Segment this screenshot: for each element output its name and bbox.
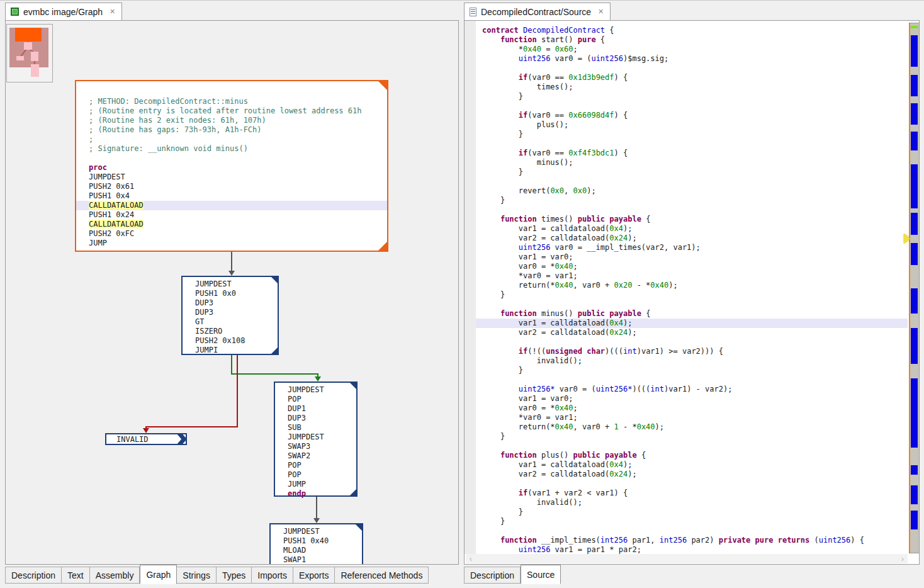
- tab-source[interactable]: Source: [521, 565, 561, 584]
- code-line[interactable]: if(var1 + var2 < var1) {: [482, 489, 908, 498]
- overview-ruler[interactable]: [909, 23, 920, 553]
- code-line[interactable]: [482, 300, 908, 309]
- code-line[interactable]: var2 = calldataload(0x24);: [482, 470, 908, 479]
- tab-types[interactable]: Types: [217, 567, 252, 584]
- code-line[interactable]: [482, 479, 908, 489]
- tab-evmbc-image-graph[interactable]: evmbc image/Graph ✕: [5, 3, 122, 20]
- code-line[interactable]: times();: [482, 82, 908, 92]
- code-line[interactable]: minus();: [482, 158, 908, 167]
- code-line[interactable]: [482, 177, 908, 186]
- code-line[interactable]: [482, 441, 908, 451]
- code-line[interactable]: *var0 = var1;: [482, 271, 908, 281]
- code-line[interactable]: *var0 = var1;: [482, 413, 908, 422]
- tab-exports[interactable]: Exports: [293, 567, 335, 584]
- code-line[interactable]: var0 = *0x40;: [482, 404, 908, 413]
- ruler-marker[interactable]: [911, 485, 918, 504]
- source-editor[interactable]: contract DecompiledContract { function s…: [464, 20, 920, 565]
- tab-strings[interactable]: Strings: [177, 567, 217, 584]
- tab-graph[interactable]: Graph: [140, 565, 177, 584]
- code-line[interactable]: var2 = calldataload(0x24);: [482, 328, 908, 337]
- code-line[interactable]: if(var0 == 0x1d3b9edf) {: [482, 73, 908, 82]
- graph-node-invalid[interactable]: INVALID: [105, 433, 187, 445]
- code-line[interactable]: return(*0x40, var0 + 1 - *0x40);: [482, 422, 908, 432]
- ruler-marker[interactable]: [911, 213, 918, 235]
- code-line[interactable]: }: [482, 507, 908, 517]
- code-line[interactable]: [482, 139, 908, 149]
- current-position-arrow-icon[interactable]: [904, 234, 910, 244]
- code-line[interactable]: [482, 526, 908, 536]
- tab-text[interactable]: Text: [62, 567, 90, 584]
- scroll-right-icon[interactable]: ›: [901, 555, 904, 563]
- code-line[interactable]: if(!((unsigned char)(((int)var1) >= var2…: [482, 347, 908, 356]
- ruler-marker[interactable]: [911, 511, 918, 529]
- scroll-left-icon[interactable]: ‹: [470, 555, 472, 563]
- graph-minimap[interactable]: [6, 24, 53, 82]
- ruler-marker[interactable]: [911, 288, 918, 314]
- code-line[interactable]: }: [482, 366, 908, 375]
- code-line[interactable]: uint256 var1 = par1 * par2;: [482, 545, 908, 554]
- code-line[interactable]: invalid();: [482, 356, 908, 366]
- code-line[interactable]: if(var0 == 0x66098d4f) {: [482, 111, 908, 120]
- tab-assembly[interactable]: Assembly: [90, 567, 140, 584]
- graph-canvas[interactable]: ; METHOD: DecompiledContract::minus; (Ro…: [5, 20, 459, 565]
- tab-imports[interactable]: Imports: [252, 567, 293, 584]
- code-line[interactable]: if(var0 == 0xf4f3bdc1) {: [482, 149, 908, 158]
- code-line[interactable]: [482, 337, 908, 347]
- code-line[interactable]: var1 = calldataload(0x4);: [476, 319, 908, 328]
- code-line[interactable]: [482, 101, 908, 111]
- code-line[interactable]: var1 = var0;: [482, 394, 908, 404]
- code-line[interactable]: }: [482, 196, 908, 205]
- code-line[interactable]: revert(0x0, 0x0);: [482, 186, 908, 196]
- code-line[interactable]: plus();: [482, 120, 908, 130]
- code-line[interactable]: var0 = *0x40;: [482, 262, 908, 271]
- ruler-marker[interactable]: [911, 132, 918, 150]
- close-icon[interactable]: ✕: [110, 8, 115, 16]
- code-line[interactable]: }: [482, 432, 908, 441]
- code-line[interactable]: [482, 205, 908, 215]
- ruler-marker[interactable]: [911, 103, 918, 125]
- code-line[interactable]: var2 = calldataload(0x24);: [482, 234, 908, 243]
- code-line[interactable]: function plus() public payable {: [482, 451, 908, 460]
- code-line[interactable]: }: [482, 92, 908, 101]
- close-icon[interactable]: ✕: [598, 8, 604, 16]
- ruler-marker[interactable]: [911, 378, 918, 448]
- code-line[interactable]: function minus() public payable {: [482, 309, 908, 319]
- ruler-marker-green[interactable]: [911, 26, 918, 28]
- horizontal-scrollbar[interactable]: ‹ ›: [466, 554, 908, 563]
- code-line[interactable]: return(*0x40, var0 + 0x20 - *0x40);: [482, 281, 908, 290]
- tab-referenced-methods[interactable]: Referenced Methods: [335, 567, 429, 584]
- ruler-marker[interactable]: [911, 465, 918, 475]
- tab-description[interactable]: Description: [464, 567, 521, 584]
- tab-decompiledcontract-source[interactable]: DecompiledContract/Source ✕: [464, 3, 611, 20]
- code-line[interactable]: contract DecompiledContract {: [482, 26, 908, 35]
- code-line[interactable]: uint256 var0 = (uint256)$msg.sig;: [482, 54, 908, 64]
- code-line[interactable]: uint256 var0 = __impl_times(var2, var1);: [482, 243, 908, 252]
- code-line[interactable]: function times() public payable {: [482, 215, 908, 224]
- code-line[interactable]: var1 = var0;: [482, 252, 908, 262]
- tab-description[interactable]: Description: [5, 567, 62, 584]
- graph-node-minus-entry[interactable]: ; METHOD: DecompiledContract::minus; (Ro…: [75, 80, 388, 252]
- code-line[interactable]: }: [482, 167, 908, 177]
- code-line[interactable]: }: [482, 517, 908, 526]
- code-line[interactable]: function __impl_times(int256 par1, int25…: [482, 536, 908, 545]
- graph-node-sub[interactable]: JUMPDESTPOPDUP1DUP3SUBJUMPDESTSWAP3SWAP2…: [274, 382, 358, 497]
- ruler-marker[interactable]: [911, 328, 918, 364]
- code-line[interactable]: var1 = calldataload(0x4);: [482, 224, 908, 234]
- code-line[interactable]: function start() pure {: [482, 35, 908, 45]
- code-line[interactable]: }: [482, 130, 908, 139]
- code-line[interactable]: uint256* var0 = (uint256*)(((int)var1) -…: [482, 385, 908, 394]
- code-line[interactable]: [482, 64, 908, 73]
- code-line[interactable]: *0x40 = 0x60;: [482, 45, 908, 54]
- code-line[interactable]: invalid();: [482, 498, 908, 507]
- code-line[interactable]: var1 = calldataload(0x4);: [482, 460, 908, 470]
- ruler-marker[interactable]: [911, 75, 918, 96]
- graph-node-condition[interactable]: JUMPDESTPUSH1 0x0DUP3DUP3GTISZEROPUSH2 0…: [181, 276, 279, 355]
- ruler-marker[interactable]: [911, 35, 918, 67]
- code-area[interactable]: contract DecompiledContract { function s…: [476, 21, 908, 554]
- code-line[interactable]: }: [482, 290, 908, 300]
- code-line[interactable]: [482, 375, 908, 385]
- ruler-marker[interactable]: [911, 243, 918, 265]
- ruler-marker[interactable]: [911, 164, 918, 208]
- graph-node-return[interactable]: JUMPDESTPUSH1 0x40MLOADSWAP1DUP2: [269, 523, 363, 565]
- node-line: JUMPDEST: [183, 280, 278, 289]
